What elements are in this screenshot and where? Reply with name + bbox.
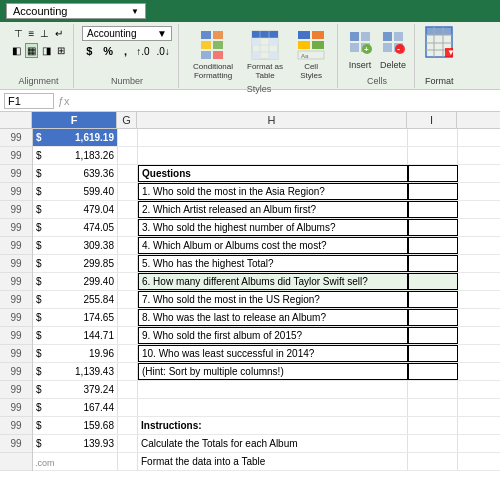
cell-g8[interactable] xyxy=(118,255,138,272)
format-cells-btn[interactable]: ▼ xyxy=(425,26,453,76)
merge-btn[interactable]: ⊞ xyxy=(55,43,67,58)
align-left-btn[interactable]: ◧ xyxy=(10,43,23,58)
cell-i5[interactable] xyxy=(408,201,458,218)
cell-h18[interactable]: Calculate the Totals for each Album xyxy=(138,435,408,452)
cell-h3-questions[interactable]: Questions xyxy=(138,165,408,182)
cell-i1[interactable] xyxy=(408,129,458,146)
cell-i14[interactable] xyxy=(408,363,458,380)
cell-i13[interactable] xyxy=(408,345,458,362)
cell-f13[interactable]: $19.96 xyxy=(33,345,118,362)
cell-f1[interactable]: $1,619.19 xyxy=(33,129,118,146)
cell-f14[interactable]: $1,139.43 xyxy=(33,363,118,380)
align-right-btn[interactable]: ◨ xyxy=(40,43,53,58)
format-as-table-btn[interactable]: Format asTable xyxy=(243,26,287,82)
cell-g16[interactable] xyxy=(118,399,138,416)
cell-f19[interactable]: .com xyxy=(33,453,118,470)
cell-f16[interactable]: $167.44 xyxy=(33,399,118,416)
cell-g6[interactable] xyxy=(118,219,138,236)
cell-g5[interactable] xyxy=(118,201,138,218)
cell-i15[interactable] xyxy=(408,381,458,398)
cell-g15[interactable] xyxy=(118,381,138,398)
cell-h2[interactable] xyxy=(138,147,408,164)
cell-g9[interactable] xyxy=(118,273,138,290)
cell-g10[interactable] xyxy=(118,291,138,308)
cell-i3[interactable] xyxy=(408,165,458,182)
cell-h8[interactable]: 5. Who has the highest Total? xyxy=(138,255,408,272)
col-h-header[interactable]: H xyxy=(137,112,407,128)
align-center-btn[interactable]: ▦ xyxy=(25,43,38,58)
cell-g3[interactable] xyxy=(118,165,138,182)
cell-h14[interactable]: (Hint: Sort by multiple columns!) xyxy=(138,363,408,380)
cell-h9[interactable]: 6. How many different Albums did Taylor … xyxy=(138,273,408,290)
cell-f9[interactable]: $299.40 xyxy=(33,273,118,290)
cell-g11[interactable] xyxy=(118,309,138,326)
cell-g4[interactable] xyxy=(118,183,138,200)
increase-decimal-btn[interactable]: ↑.0 xyxy=(134,44,151,59)
cell-h5[interactable]: 2. Which Artist released an Album first? xyxy=(138,201,408,218)
cell-f18[interactable]: $139.93 xyxy=(33,435,118,452)
cell-g18[interactable] xyxy=(118,435,138,452)
comma-btn[interactable]: , xyxy=(120,43,131,59)
cell-h19[interactable]: Format the data into a Table xyxy=(138,453,408,470)
insert-btn[interactable]: + Insert xyxy=(348,30,372,70)
col-g-header[interactable]: G xyxy=(117,112,137,128)
align-middle-btn[interactable]: ≡ xyxy=(27,26,37,41)
number-format-dropdown[interactable]: Accounting ▼ xyxy=(6,3,146,19)
cell-f7[interactable]: $309.38 xyxy=(33,237,118,254)
cell-i9[interactable] xyxy=(408,273,458,290)
cell-f3[interactable]: $639.36 xyxy=(33,165,118,182)
cell-i2[interactable] xyxy=(408,147,458,164)
cell-i19[interactable] xyxy=(408,453,458,470)
cell-f10[interactable]: $255.84 xyxy=(33,291,118,308)
cell-h17-instructions[interactable]: Instructions: xyxy=(138,417,408,434)
align-top-btn[interactable]: ⊤ xyxy=(12,26,25,41)
cell-f11[interactable]: $174.65 xyxy=(33,309,118,326)
cell-i7[interactable] xyxy=(408,237,458,254)
cell-i10[interactable] xyxy=(408,291,458,308)
cell-i17[interactable] xyxy=(408,417,458,434)
cell-i8[interactable] xyxy=(408,255,458,272)
decrease-decimal-btn[interactable]: .0↓ xyxy=(154,44,171,59)
cell-h11[interactable]: 8. Who was the last to release an Album? xyxy=(138,309,408,326)
align-bottom-btn[interactable]: ⊥ xyxy=(38,26,51,41)
delete-btn[interactable]: - Delete xyxy=(380,30,406,70)
cell-h4[interactable]: 1. Who sold the most in the Asia Region? xyxy=(138,183,408,200)
cell-g19[interactable] xyxy=(118,453,138,470)
cell-i4[interactable] xyxy=(408,183,458,200)
percent-btn[interactable]: % xyxy=(99,43,117,59)
cell-f4[interactable]: $599.40 xyxy=(33,183,118,200)
cell-g1[interactable] xyxy=(118,129,138,146)
col-f-header[interactable]: F xyxy=(32,112,117,128)
cell-f6[interactable]: $474.05 xyxy=(33,219,118,236)
formula-input[interactable] xyxy=(74,95,496,107)
cell-h15[interactable] xyxy=(138,381,408,398)
cell-i18[interactable] xyxy=(408,435,458,452)
cell-h6[interactable]: 3. Who sold the highest number of Albums… xyxy=(138,219,408,236)
cell-g13[interactable] xyxy=(118,345,138,362)
cell-g14[interactable] xyxy=(118,363,138,380)
cell-h7[interactable]: 4. Which Album or Albums cost the most? xyxy=(138,237,408,254)
cell-i16[interactable] xyxy=(408,399,458,416)
cell-h13[interactable]: 10. Who was least successful in 2014? xyxy=(138,345,408,362)
cell-g12[interactable] xyxy=(118,327,138,344)
cell-f17[interactable]: $159.68 xyxy=(33,417,118,434)
col-i-header[interactable]: I xyxy=(407,112,457,128)
cell-f2[interactable]: $1,183.26 xyxy=(33,147,118,164)
cell-g7[interactable] xyxy=(118,237,138,254)
cell-g17[interactable] xyxy=(118,417,138,434)
cell-f5[interactable]: $479.04 xyxy=(33,201,118,218)
cell-h12[interactable]: 9. Who sold the first album of 2015? xyxy=(138,327,408,344)
cell-f15[interactable]: $379.24 xyxy=(33,381,118,398)
cell-i11[interactable] xyxy=(408,309,458,326)
cell-g2[interactable] xyxy=(118,147,138,164)
cell-h16[interactable] xyxy=(138,399,408,416)
cell-f8[interactable]: $299.85 xyxy=(33,255,118,272)
cell-h10[interactable]: 7. Who sold the most in the US Region? xyxy=(138,291,408,308)
wrap-text-btn[interactable]: ↵ xyxy=(53,26,65,41)
dollar-btn[interactable]: $ xyxy=(82,43,96,59)
cell-i12[interactable] xyxy=(408,327,458,344)
cell-h1[interactable] xyxy=(138,129,408,146)
cell-styles-btn[interactable]: Aa CellStyles xyxy=(293,26,329,82)
conditional-formatting-btn[interactable]: ConditionalFormatting xyxy=(189,26,237,82)
cell-f12[interactable]: $144.71 xyxy=(33,327,118,344)
